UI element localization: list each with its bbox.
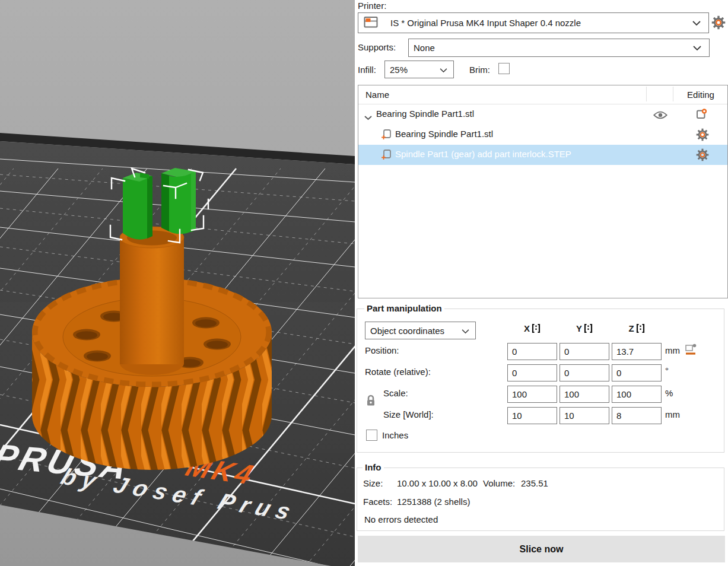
rotate-label: Rotate (relative): (365, 367, 431, 377)
info-volume-label: Volume: (483, 478, 515, 488)
brim-label: Brim: (469, 65, 490, 75)
expander-chevron-icon[interactable] (364, 112, 372, 122)
info-size-label: Size: (363, 478, 383, 488)
object-list: Name Editing Bearing Spindle Part1.stl (358, 85, 728, 298)
position-y-field[interactable] (559, 343, 609, 360)
axis-y-label: Y (576, 323, 582, 333)
rotate-y-field[interactable] (559, 364, 609, 381)
part-row[interactable]: Bearing Spindle Part1.stl (358, 125, 727, 145)
rotate-unit: ° (665, 365, 669, 376)
inches-checkbox[interactable] (366, 430, 377, 441)
part-name: Spindle Part1 (gear) add part interlock.… (395, 149, 571, 159)
size-y-field[interactable] (559, 407, 609, 424)
scale-z-field[interactable] (612, 386, 662, 403)
scale-unit: % (665, 388, 673, 398)
printer-combo-value: IS * Original Prusa MK4 Input Shaper 0.4… (379, 18, 692, 28)
part-icon (381, 149, 392, 163)
axis-frame-icon (532, 323, 541, 333)
infill-label: Infill: (358, 65, 376, 75)
object-list-header: Name Editing (358, 85, 727, 104)
axis-header-z: Z (612, 323, 662, 333)
size-unit: mm (665, 409, 680, 419)
part-manipulation-group: Part manipulation Object coordinates X Y (357, 309, 724, 453)
axis-frame-icon (584, 323, 593, 333)
brim-checkbox[interactable] (498, 63, 510, 74)
size-label: Size [World]: (383, 409, 434, 419)
coordinates-combo-value: Object coordinates (365, 326, 461, 336)
slice-now-button[interactable]: Slice now (358, 536, 725, 562)
coordinates-combo[interactable]: Object coordinates (365, 322, 476, 339)
size-z-field[interactable] (612, 407, 662, 424)
scale-x-field[interactable] (507, 386, 557, 403)
info-facets-label: Facets: (363, 497, 392, 507)
column-header-editing: Editing (673, 90, 728, 100)
prusaslicer-window: PRUSA MK4 by Josef Prus (0, 0, 728, 566)
rotate-z-field[interactable] (612, 364, 662, 381)
info-size-value: 10.00 x 10.00 x 8.00 (397, 478, 478, 488)
part-settings-gear-icon[interactable] (696, 148, 709, 163)
scale-label: Scale: (383, 388, 408, 398)
bed-scene: PRUSA MK4 by Josef Prus (0, 0, 355, 566)
info-group: Info Size: 10.00 x 10.00 x 8.00 Volume: … (357, 468, 724, 531)
uniform-scale-lock-icon[interactable] (365, 394, 376, 409)
column-header-name: Name (365, 90, 389, 100)
axis-header-x: X (507, 323, 557, 333)
scale-y-field[interactable] (559, 386, 609, 403)
chevron-down-icon (692, 43, 702, 53)
info-title: Info (363, 462, 384, 472)
inches-label: Inches (382, 430, 408, 440)
infill-combo[interactable]: 25% (384, 61, 454, 78)
printer-label: Printer: (358, 1, 386, 11)
part-manipulation-title: Part manipulation (364, 303, 444, 313)
supports-label: Supports: (358, 42, 396, 52)
shaft-body (120, 237, 184, 364)
position-label: Position: (365, 345, 399, 355)
rotate-x-field[interactable] (507, 364, 557, 381)
position-unit: mm (665, 345, 680, 355)
part-row-selected[interactable]: Spindle Part1 (gear) add part interlock.… (358, 145, 727, 165)
object-row[interactable]: Bearing Spindle Part1.stl (358, 104, 727, 125)
infill-combo-value: 25% (385, 65, 439, 75)
position-z-field[interactable] (612, 343, 662, 360)
eye-icon[interactable] (653, 110, 667, 122)
part-icon (381, 129, 392, 142)
object-settings-icon[interactable] (695, 109, 707, 122)
part-settings-gear-icon[interactable] (696, 128, 709, 143)
printer-combo[interactable]: IS * Original Prusa MK4 Input Shaper 0.4… (358, 12, 709, 33)
info-volume-value: 235.51 (521, 478, 548, 488)
supports-combo-value: None (409, 43, 692, 53)
axis-header-y: Y (559, 323, 609, 333)
right-sidebar: Printer: IS * Original Prusa MK4 Input S… (355, 0, 728, 566)
3d-viewport[interactable]: PRUSA MK4 by Josef Prus (0, 0, 355, 566)
chevron-down-icon (439, 65, 448, 75)
supports-combo[interactable]: None (408, 39, 710, 57)
info-facets-value: 1251388 (2 shells) (397, 497, 470, 507)
position-x-field[interactable] (507, 343, 557, 360)
axis-frame-icon (636, 323, 645, 333)
chevron-down-icon (461, 326, 470, 336)
drop-to-bed-icon[interactable] (684, 342, 697, 357)
object-name: Bearing Spindle Part1.stl (376, 109, 474, 119)
printer-settings-gear-icon[interactable] (711, 15, 726, 31)
printer-icon (363, 15, 379, 31)
size-x-field[interactable] (507, 407, 557, 424)
axis-z-label: Z (628, 323, 634, 333)
chevron-down-icon (692, 18, 701, 28)
info-status-text: No errors detected (364, 514, 438, 524)
axis-x-label: X (524, 323, 530, 333)
part-name: Bearing Spindle Part1.stl (395, 129, 493, 139)
